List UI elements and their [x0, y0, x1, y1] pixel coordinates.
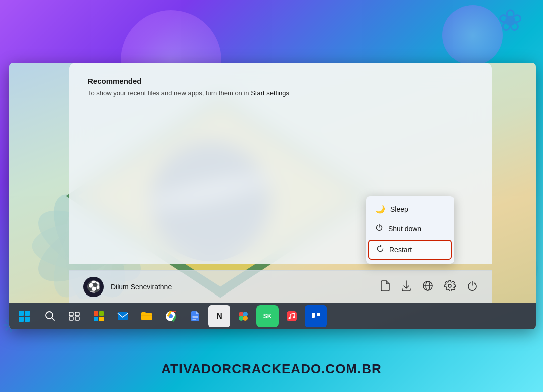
power-menu: 🌙 Sleep Shut down Restart [366, 196, 454, 264]
user-avatar[interactable]: ⚽ [83, 277, 104, 297]
deco-flower-icon: ❀ [498, 3, 523, 38]
user-action-settings[interactable] [444, 280, 456, 294]
user-action-network[interactable] [422, 280, 433, 294]
taskbar-notion[interactable]: N [208, 305, 230, 327]
taskbar-taskview[interactable] [63, 305, 85, 327]
taskbar-msstore[interactable] [87, 305, 110, 327]
restart-label: Restart [389, 246, 412, 254]
start-settings-link[interactable]: Start settings [251, 89, 289, 97]
taskbar-fileexplorer[interactable] [136, 305, 158, 327]
taskbar-app1[interactable] [232, 305, 254, 327]
power-menu-shutdown[interactable]: Shut down [366, 219, 454, 239]
svg-rect-15 [99, 311, 104, 316]
recommended-section: Recommended To show your recent files an… [69, 63, 492, 107]
svg-point-8 [448, 284, 451, 287]
taskbar-sk[interactable]: SK [256, 305, 279, 327]
notion-icon: N [216, 312, 222, 321]
user-action-documents[interactable] [380, 280, 390, 294]
taskbar: N SK [9, 303, 536, 329]
taskbar-googledocs[interactable] [184, 305, 206, 327]
shutdown-icon [375, 224, 383, 234]
svg-rect-16 [94, 317, 98, 321]
user-actions [380, 280, 478, 294]
power-menu-sleep[interactable]: 🌙 Sleep [366, 199, 454, 219]
user-bar: ⚽ Dilum Senevirathne [69, 270, 492, 303]
taskbar-trello[interactable] [305, 305, 327, 327]
recommended-description: To show your recent files and new apps, … [87, 89, 474, 97]
taskbar-music[interactable] [281, 305, 303, 327]
svg-rect-14 [94, 311, 98, 316]
sleep-icon: 🌙 [375, 204, 385, 214]
screenshot-container: Recommended To show your recent files an… [9, 63, 536, 329]
user-action-downloads[interactable] [401, 280, 411, 294]
sk-icon: SK [263, 313, 272, 320]
user-name: Dilum Senevirathne [111, 283, 172, 291]
user-info: ⚽ Dilum Senevirathne [83, 277, 172, 297]
taskbar-start-button[interactable] [13, 305, 35, 327]
user-action-power[interactable] [467, 280, 478, 294]
svg-rect-25 [287, 311, 297, 321]
bg-decoration-2 [442, 5, 503, 65]
windows-logo [19, 311, 30, 322]
svg-rect-11 [75, 312, 79, 316]
svg-rect-17 [99, 317, 104, 321]
svg-point-27 [293, 316, 295, 318]
shutdown-label: Shut down [388, 225, 421, 233]
recommended-title: Recommended [87, 77, 474, 85]
svg-rect-29 [317, 313, 320, 316]
taskbar-mail[interactable] [112, 305, 134, 327]
restart-icon [376, 245, 384, 255]
watermark: ATIVADORCRACKEADO.COM.BR [161, 361, 382, 377]
svg-rect-28 [312, 313, 315, 318]
svg-point-26 [289, 317, 291, 319]
avatar-icon: ⚽ [87, 280, 101, 293]
taskbar-search[interactable] [39, 305, 61, 327]
svg-rect-12 [69, 317, 73, 320]
taskbar-chrome[interactable] [160, 305, 182, 327]
svg-rect-18 [118, 312, 128, 320]
svg-point-24 [243, 316, 248, 321]
power-menu-restart[interactable]: Restart [368, 240, 452, 260]
sleep-label: Sleep [390, 205, 408, 213]
svg-rect-10 [69, 312, 73, 316]
svg-rect-13 [75, 317, 79, 320]
